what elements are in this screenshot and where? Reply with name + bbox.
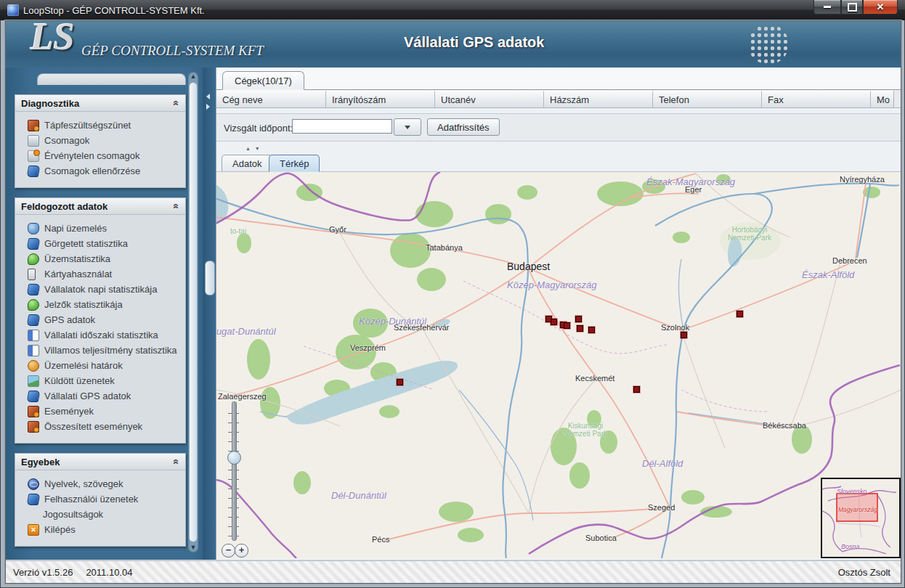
card-usage-icon <box>28 269 36 280</box>
sidebar-item[interactable]: Csomagok ellenőrzése <box>15 163 185 179</box>
sidebar-item[interactable]: Jogosultságok <box>15 507 185 522</box>
column-header-2[interactable]: Utcanév <box>435 91 544 107</box>
sidebar-item-label: Kilépés <box>44 524 76 535</box>
sidebar-section: Diagnosztika « Tápfeszültségszünet Csoma… <box>15 94 186 188</box>
sidebar-item[interactable]: Kártyahasználat <box>15 266 185 282</box>
titlebar[interactable]: LoopStop - GÉP CONTROLL-SYSTEM Kft. ✕ <box>0 0 905 20</box>
splitter-grip[interactable] <box>205 261 215 295</box>
minimize-icon <box>824 6 831 8</box>
indicator-stats-icon <box>28 299 39 311</box>
sidebar-item[interactable]: GPS adatok <box>15 312 185 327</box>
operation-stats-icon <box>28 253 39 265</box>
sidebar-item[interactable]: Felhasználói üzenetek <box>15 491 185 507</box>
tab-companies[interactable]: Cégek(10/17) <box>222 71 304 90</box>
gps-marker[interactable] <box>736 311 743 317</box>
zoom-in-button[interactable]: + <box>235 544 248 558</box>
sidebar-item[interactable]: Vállalati GPS adatok <box>15 388 185 404</box>
section-header[interactable]: Egyebek « <box>15 454 185 470</box>
splitter-right-icon[interactable] <box>206 104 210 110</box>
column-header-5[interactable]: Fax <box>762 91 871 107</box>
sidebar-item-label: Csomagok <box>44 135 89 146</box>
gps-marker[interactable] <box>577 325 583 332</box>
packages-icon <box>28 135 39 147</box>
sidebar-item[interactable]: Üzemstatisztika <box>15 251 185 266</box>
tab-térkép[interactable]: Térkép <box>269 155 320 172</box>
sidebar-item[interactable]: Küldött üzenetek <box>15 373 185 388</box>
operation-limits-icon <box>28 360 39 372</box>
sidebar-item-label: Jelzők statisztikája <box>44 299 123 310</box>
sidebar-item-label: Nyelvek, szövegek <box>44 478 123 489</box>
table-scrollbar[interactable] <box>893 91 901 107</box>
zoom-slider-handle[interactable] <box>227 451 241 465</box>
view-tab-strip: AdatokTérkép <box>216 152 901 172</box>
map-canvas[interactable]: − + <box>216 171 901 558</box>
sidebar-item[interactable]: Napi üzemelés <box>15 221 185 236</box>
gps-marker[interactable] <box>564 322 570 329</box>
gps-marker[interactable] <box>588 327 595 333</box>
minimize-button[interactable] <box>813 0 841 15</box>
zoom-slider-track[interactable] <box>232 401 237 541</box>
pane-resize-arrows-icon[interactable]: ▲ ▼ <box>245 146 261 151</box>
company-gps-icon <box>27 391 41 402</box>
sidebar-item-label: Érvénytelen csomagok <box>44 150 140 161</box>
sidebar-item[interactable]: Jelzők statisztikája <box>15 297 185 312</box>
column-header-4[interactable]: Telefon <box>653 91 762 107</box>
sidebar-item[interactable]: Üzemelési határok <box>15 358 185 373</box>
gps-marker[interactable] <box>551 319 557 325</box>
inspected-time-input[interactable] <box>292 119 392 134</box>
maximize-icon <box>848 3 857 12</box>
sidebar-item[interactable]: Vállalati időszaki statisztika <box>15 327 185 343</box>
collapsed-panel-edge[interactable] <box>37 73 186 85</box>
collapse-chevron-icon[interactable]: « <box>171 459 182 465</box>
sidebar-item[interactable]: Görgetett statisztika <box>15 236 185 251</box>
scrollbar-thumb[interactable] <box>189 82 198 542</box>
sidebar-item-label: Villamos teljesítmény statisztika <box>44 345 177 356</box>
time-dropdown-button[interactable] <box>394 118 421 136</box>
section-header[interactable]: Diagnosztika « <box>15 95 185 112</box>
collapse-chevron-icon[interactable]: « <box>171 203 182 209</box>
gps-marker[interactable] <box>633 386 640 393</box>
splitter-left-icon[interactable] <box>206 94 210 99</box>
sidebar-item-label: Jogosultságok <box>43 509 103 520</box>
sidebar-item[interactable]: Összesített események <box>15 419 185 434</box>
minimap-country-label: Slovensko <box>837 488 867 495</box>
refresh-data-button[interactable]: Adatfrissítés <box>427 118 500 136</box>
sidebar-item-label: Csomagok ellenőrzése <box>44 166 140 176</box>
collapse-chevron-icon[interactable]: « <box>171 100 182 106</box>
zoom-out-button[interactable]: − <box>222 544 235 558</box>
sidebar-item-label: Görgetett statisztika <box>44 238 128 249</box>
page-title: Vállalati GPS adatok <box>404 34 544 51</box>
sidebar-item[interactable]: Kilépés <box>15 522 185 537</box>
column-header-0[interactable]: Cég neve <box>216 91 326 107</box>
power-stats-icon <box>28 345 39 356</box>
sidebar-item[interactable]: Nyelvek, szövegek <box>15 476 185 491</box>
sidebar-item[interactable]: Vállalatok napi statisztikája <box>15 282 185 297</box>
map-svg <box>216 172 901 558</box>
column-header-3[interactable]: Házszám <box>544 91 653 107</box>
close-button[interactable]: ✕ <box>863 0 898 15</box>
section-header[interactable]: Feldogozott adatok « <box>15 198 185 215</box>
sidebar-sections: Diagnosztika « Tápfeszültségszünet Csoma… <box>15 73 186 547</box>
gps-marker[interactable] <box>397 379 403 385</box>
sidebar-splitter[interactable] <box>203 68 216 560</box>
gps-marker[interactable] <box>681 332 687 338</box>
sidebar-item[interactable]: Tápfeszültségszünet <box>15 118 185 133</box>
sidebar-scrollbar[interactable]: ▲ ▼ <box>188 72 198 552</box>
section-items: Tápfeszültségszünet Csomagok Érvénytelen… <box>15 112 185 187</box>
gps-data-icon <box>27 314 41 326</box>
exit-icon <box>28 524 39 536</box>
sidebar-item[interactable]: Csomagok <box>15 133 185 148</box>
scroll-up-icon[interactable]: ▲ <box>188 72 198 81</box>
overview-minimap[interactable]: SlovenskoMagyarországBosna <box>821 478 901 558</box>
sidebar-item-label: Vállalati GPS adatok <box>44 391 131 401</box>
tab-adatok[interactable]: Adatok <box>222 155 272 172</box>
sidebar-item-label: Napi üzemelés <box>44 223 107 234</box>
sidebar-item[interactable]: Érvénytelen csomagok <box>15 148 185 163</box>
gps-marker[interactable] <box>575 316 582 322</box>
chevron-down-icon <box>405 126 410 129</box>
sidebar-item[interactable]: Villamos teljesítmény statisztika <box>15 343 185 358</box>
scroll-down-icon[interactable]: ▼ <box>188 543 198 552</box>
column-header-1[interactable]: Irányítószám <box>326 91 435 107</box>
maximize-button[interactable] <box>841 0 863 15</box>
sidebar-item[interactable]: Események <box>15 404 185 419</box>
